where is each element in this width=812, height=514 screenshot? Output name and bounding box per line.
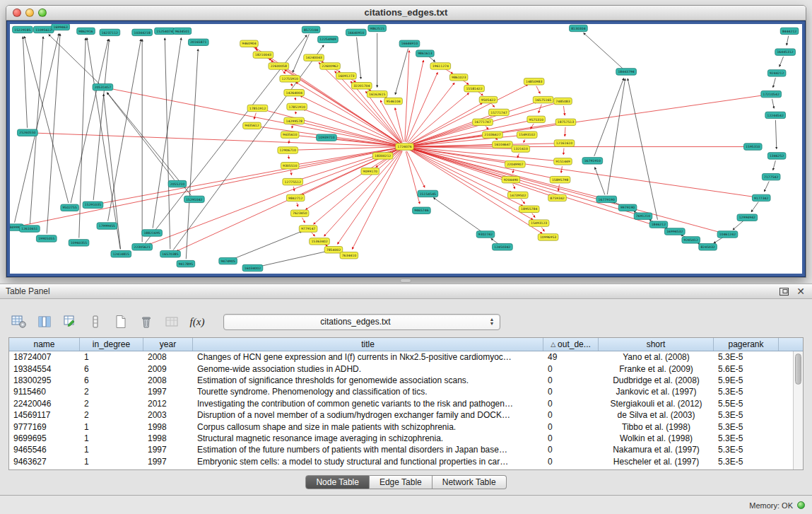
graph-node[interactable]: 16771747 xyxy=(473,119,493,125)
graph-node[interactable]: 16104647 xyxy=(493,141,513,148)
graph-node[interactable]: 12244542 xyxy=(765,112,786,118)
graph-node[interactable]: 18210043 xyxy=(253,52,273,58)
graph-node[interactable]: 15493123 xyxy=(529,220,549,226)
graph-node[interactable]: 9862916 xyxy=(77,28,95,34)
tab-network-table[interactable]: Network Table xyxy=(433,475,507,489)
table-row[interactable]: 911546021997Tourette syndrome. Phenomeno… xyxy=(9,386,793,397)
tab-node-table[interactable]: Node Table xyxy=(305,475,370,489)
graph-node[interactable]: 10461242 xyxy=(717,231,738,238)
graph-node[interactable]: 18757513 xyxy=(555,119,576,125)
citation-edge[interactable] xyxy=(153,38,181,228)
graph-node[interactable]: 1724076 xyxy=(396,144,414,150)
graph-node[interactable]: 9474905 xyxy=(219,257,237,264)
citation-edge[interactable] xyxy=(772,99,775,108)
citation-edge[interactable] xyxy=(787,36,789,45)
graph-node[interactable]: 16445312 xyxy=(775,49,796,55)
panel-splitter[interactable] xyxy=(0,278,812,284)
citation-edge[interactable] xyxy=(23,37,27,128)
graph-node[interactable]: 9435610 xyxy=(281,132,299,138)
column-header-pagerank[interactable]: pagerank xyxy=(714,338,779,351)
graph-node[interactable]: 1595310 xyxy=(744,144,763,150)
graph-node[interactable]: 12161610 xyxy=(554,140,575,146)
graph-node[interactable]: 18443794 xyxy=(616,69,637,75)
graph-node[interactable]: 18300212 xyxy=(372,153,393,159)
splitter-handle[interactable] xyxy=(400,279,411,283)
graph-node[interactable]: 8759342 xyxy=(548,194,567,201)
citation-edge[interactable] xyxy=(558,185,559,191)
citation-edge[interactable] xyxy=(775,120,776,149)
citation-edge[interactable] xyxy=(352,151,402,250)
graph-node[interactable]: 1321610 xyxy=(512,146,530,152)
graph-node[interactable]: 9460904 xyxy=(240,40,259,47)
graph-node[interactable]: 15581422 xyxy=(464,86,485,92)
citation-edge[interactable] xyxy=(288,155,289,158)
graph-node[interactable]: 9465746 xyxy=(413,207,431,214)
citation-edge[interactable] xyxy=(563,106,565,115)
graph-node[interactable]: 15363402 xyxy=(310,238,330,245)
new-table-icon[interactable] xyxy=(112,313,130,330)
table-row[interactable]: 1938455462009Genome-wide association stu… xyxy=(9,363,793,374)
graph-node[interactable]: 16640910 xyxy=(346,29,366,35)
graph-node[interactable]: 10960355 xyxy=(69,240,89,246)
graph-node[interactable]: 9862515 xyxy=(368,25,387,31)
column-header-year[interactable]: year xyxy=(143,338,193,351)
column-header-title[interactable]: title xyxy=(193,338,543,351)
citation-edge[interactable] xyxy=(521,199,524,204)
graph-node[interactable]: 9177342 xyxy=(752,194,770,201)
citation-edge[interactable] xyxy=(290,170,291,175)
column-chooser-icon[interactable] xyxy=(35,313,54,330)
minimize-window-button[interactable] xyxy=(25,8,34,17)
graph-node[interactable]: 15493102 xyxy=(517,132,537,138)
graph-node[interactable]: 9546104 xyxy=(384,98,403,104)
graph-node[interactable]: 9505422 xyxy=(479,96,498,103)
graph-node[interactable]: 1699463 xyxy=(52,24,70,30)
float-panel-icon[interactable] xyxy=(778,286,789,296)
citation-edge[interactable] xyxy=(539,105,541,113)
citation-edge[interactable] xyxy=(531,124,534,129)
graph-node[interactable]: 15291035 xyxy=(83,201,103,208)
graph-node[interactable]: 9151449 xyxy=(554,158,572,165)
citation-edge[interactable] xyxy=(302,218,305,223)
graph-node[interactable]: 1846212 xyxy=(649,221,668,228)
graph-node[interactable]: 22305621 xyxy=(132,244,153,250)
graph-node[interactable]: 15254074 xyxy=(155,28,175,34)
graph-node[interactable]: 16575165 xyxy=(533,96,553,103)
graph-node[interactable]: 9245012 xyxy=(682,237,700,243)
citation-edge[interactable] xyxy=(295,147,399,150)
citation-edge[interactable] xyxy=(292,125,293,128)
graph-node[interactable]: 1346252 xyxy=(767,153,786,159)
graph-node[interactable]: 12906710 xyxy=(278,147,298,153)
graph-node[interactable]: 7177542 xyxy=(762,173,780,180)
citation-edge[interactable] xyxy=(496,139,498,140)
citation-edge[interactable] xyxy=(733,221,743,230)
citation-edge[interactable] xyxy=(173,45,324,250)
graph-node[interactable]: 10939710 xyxy=(317,134,337,141)
citation-edge[interactable] xyxy=(293,34,309,72)
citation-edge[interactable] xyxy=(595,168,605,195)
citation-edge[interactable] xyxy=(254,113,257,119)
graph-node[interactable]: 8572104 xyxy=(302,26,320,33)
citation-edge[interactable] xyxy=(433,198,481,232)
citation-edge[interactable] xyxy=(291,83,292,86)
graph-node[interactable]: 25260550 xyxy=(18,129,38,136)
graph-node[interactable]: 16034002 xyxy=(242,264,263,271)
graph-node[interactable]: 7634410 xyxy=(340,252,358,259)
graph-node[interactable]: 16646910 xyxy=(399,40,420,47)
citation-edge[interactable] xyxy=(524,139,525,142)
graph-node[interactable]: 9435612 xyxy=(243,122,261,129)
citation-edge[interactable] xyxy=(563,148,564,154)
citation-edge[interactable] xyxy=(628,78,657,220)
citation-edge[interactable] xyxy=(93,40,109,200)
citation-edge[interactable] xyxy=(409,95,764,146)
citation-edge[interactable] xyxy=(409,148,553,178)
citation-edge[interactable] xyxy=(107,93,174,180)
graph-node[interactable]: 14299578 xyxy=(284,117,305,124)
graph-node[interactable]: 9305510 xyxy=(281,163,299,169)
table-row[interactable]: 1456911722003Disruption of a novel membe… xyxy=(9,409,793,421)
citation-edge[interactable] xyxy=(257,251,326,267)
graph-node[interactable]: 14739502 xyxy=(507,192,528,198)
graph-node[interactable]: 15154545 xyxy=(418,190,438,197)
graph-node[interactable]: 15229185 xyxy=(13,26,33,33)
graph-node[interactable]: 19611274 xyxy=(430,63,451,69)
citation-edge[interactable] xyxy=(15,34,59,223)
